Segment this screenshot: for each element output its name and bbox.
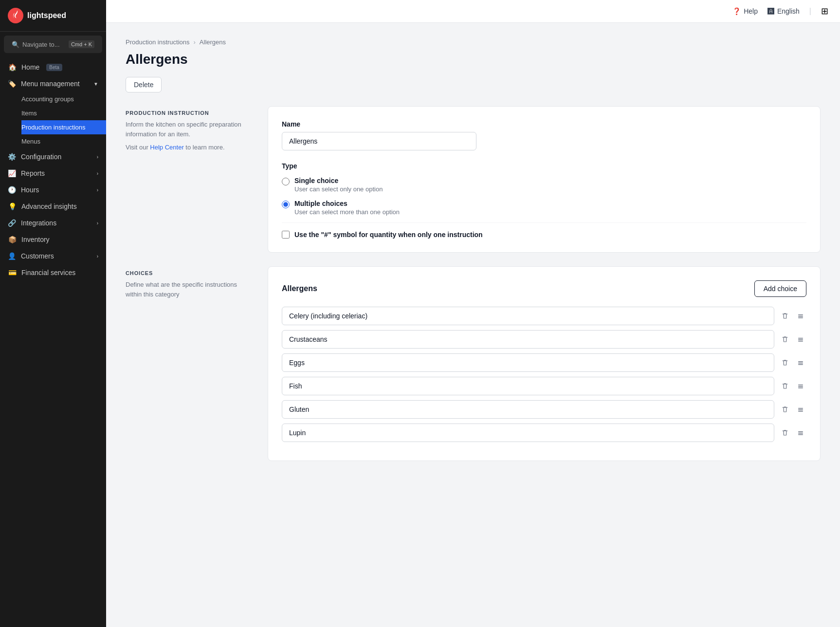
choice-actions-5 <box>779 427 806 439</box>
delete-choice-button-0[interactable] <box>779 310 791 322</box>
breadcrumb-current: Allergens <box>200 38 226 46</box>
name-input[interactable] <box>282 132 476 150</box>
sidebar-item-advanced-insights-label: Advanced insights <box>21 203 77 210</box>
drag-handle-3[interactable] <box>795 380 806 392</box>
sidebar-item-accounting-groups-label: Accounting groups <box>21 95 74 103</box>
search-icon: 🔍 <box>12 41 19 48</box>
choices-header: Allergens Add choice <box>282 280 806 297</box>
sidebar-item-reports-label: Reports <box>21 169 45 177</box>
sidebar-item-integrations[interactable]: 🔗 Integrations › <box>0 215 106 231</box>
choices-card-title: Allergens <box>282 284 317 293</box>
language-selector[interactable]: 🅰 English <box>767 7 800 15</box>
table-row <box>282 377 806 395</box>
grid-icon[interactable]: ⊞ <box>821 6 828 17</box>
sidebar-item-financial-services[interactable]: 💳 Financial services <box>0 264 106 281</box>
choice-input-0[interactable] <box>282 307 774 325</box>
help-center-link[interactable]: Help Center <box>150 144 183 151</box>
production-instruction-card: Name Type Single choice User can select … <box>268 106 821 253</box>
delete-choice-button-5[interactable] <box>779 427 791 439</box>
topbar-divider: | <box>809 7 811 16</box>
quantity-symbol-option: Use the "#" symbol for quantity when onl… <box>282 222 806 239</box>
svg-rect-11 <box>798 386 803 387</box>
svg-rect-6 <box>798 341 803 342</box>
sidebar-item-accounting-groups[interactable]: Accounting groups <box>21 92 106 106</box>
table-row <box>282 330 806 349</box>
integrations-icon: 🔗 <box>8 219 16 227</box>
single-choice-option: Single choice User can select only one o… <box>282 177 806 193</box>
delete-choice-button-2[interactable] <box>779 357 791 369</box>
choice-actions-1 <box>779 333 806 345</box>
drag-handle-4[interactable] <box>795 404 806 415</box>
table-row <box>282 307 806 325</box>
single-choice-label: Single choice <box>294 177 383 184</box>
breadcrumb-parent[interactable]: Production instructions <box>126 38 190 46</box>
single-choice-radio[interactable] <box>282 178 290 185</box>
choice-input-4[interactable] <box>282 400 774 419</box>
choice-input-5[interactable] <box>282 424 774 442</box>
table-row <box>282 400 806 419</box>
choice-input-3[interactable] <box>282 377 774 395</box>
logo: lightspeed <box>0 0 106 32</box>
drag-handle-1[interactable] <box>795 333 806 345</box>
sidebar-item-advanced-insights[interactable]: 💡 Advanced insights <box>0 198 106 215</box>
sidebar-item-inventory-label: Inventory <box>21 236 50 243</box>
inventory-icon: 📦 <box>8 236 17 243</box>
quantity-symbol-checkbox[interactable] <box>282 231 290 239</box>
topbar: ❓ Help 🅰 English | ⊞ <box>106 0 840 23</box>
sidebar-item-menus-label: Menus <box>21 138 40 145</box>
sidebar-item-customers[interactable]: 👤 Customers › <box>0 248 106 264</box>
table-row <box>282 353 806 372</box>
logo-icon <box>8 8 23 23</box>
help-button[interactable]: ❓ Help <box>732 7 758 15</box>
financial-icon: 💳 <box>8 269 17 277</box>
delete-choice-button-4[interactable] <box>779 404 791 415</box>
beta-badge: Beta <box>46 64 62 71</box>
drag-handle-0[interactable] <box>795 310 806 322</box>
sidebar-item-home[interactable]: 🏠 Home Beta <box>0 59 106 75</box>
production-instruction-heading: PRODUCTION INSTRUCTION <box>126 110 252 116</box>
choice-input-1[interactable] <box>282 330 774 349</box>
search-shortcut: Cmd + K <box>69 40 94 48</box>
sidebar-item-production-instructions[interactable]: Production instructions <box>21 120 106 134</box>
choice-actions-3 <box>779 380 806 392</box>
sidebar: lightspeed 🔍 Navigate to... Cmd + K 🏠 Ho… <box>0 0 106 627</box>
sidebar-item-menu-management[interactable]: 🏷️ Menu management ▼ <box>0 75 106 92</box>
type-label: Type <box>282 162 806 170</box>
sidebar-item-configuration[interactable]: ⚙️ Configuration › <box>0 148 106 165</box>
choice-actions-4 <box>779 404 806 415</box>
svg-rect-17 <box>798 433 803 434</box>
production-instruction-help: Visit our Help Center to learn more. <box>126 143 252 152</box>
choice-actions-2 <box>779 357 806 369</box>
choice-input-2[interactable] <box>282 353 774 372</box>
svg-rect-5 <box>798 339 803 340</box>
sidebar-item-menus[interactable]: Menus <box>21 134 106 148</box>
delete-button[interactable]: Delete <box>126 77 162 92</box>
help-icon: ❓ <box>732 7 741 15</box>
hours-icon: 🕐 <box>8 186 16 194</box>
svg-rect-8 <box>798 363 803 364</box>
single-choice-desc: User can select only one option <box>294 185 383 193</box>
choice-actions-0 <box>779 310 806 322</box>
choices-card: Allergens Add choice <box>268 266 821 461</box>
svg-rect-13 <box>798 408 803 409</box>
sidebar-item-menu-management-label: Menu management <box>21 80 80 88</box>
breadcrumb-separator: › <box>194 38 196 46</box>
advanced-insights-icon: 💡 <box>8 203 17 210</box>
sidebar-item-inventory[interactable]: 📦 Inventory <box>0 231 106 248</box>
multiple-choices-radio[interactable] <box>282 201 290 208</box>
sidebar-item-reports[interactable]: 📈 Reports › <box>0 165 106 182</box>
menu-management-icon: 🏷️ <box>8 80 16 88</box>
delete-choice-button-1[interactable] <box>779 333 791 345</box>
sidebar-item-items[interactable]: Items <box>21 106 106 120</box>
drag-handle-5[interactable] <box>795 427 806 439</box>
svg-rect-3 <box>798 317 803 318</box>
chevron-right-icon-integrations: › <box>97 221 98 226</box>
language-icon: 🅰 <box>767 7 774 15</box>
add-choice-button[interactable]: Add choice <box>754 280 806 297</box>
delete-choice-button-3[interactable] <box>779 380 791 392</box>
search-bar[interactable]: 🔍 Navigate to... Cmd + K <box>4 36 102 53</box>
multiple-choices-label: Multiple choices <box>294 200 400 207</box>
drag-handle-2[interactable] <box>795 357 806 369</box>
sidebar-item-hours[interactable]: 🕐 Hours › <box>0 182 106 198</box>
logo-text: lightspeed <box>27 11 66 20</box>
